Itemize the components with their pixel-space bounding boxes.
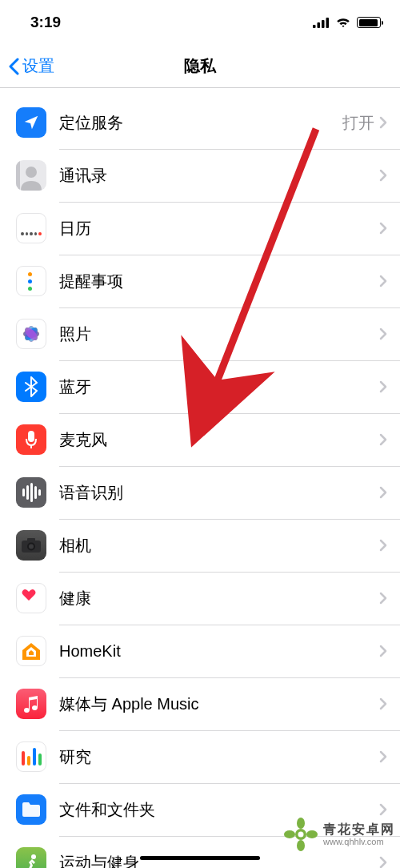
chevron-right-icon [379, 380, 387, 393]
home-indicator [140, 856, 260, 860]
svg-rect-5 [16, 160, 20, 191]
row-label: 提醒事项 [59, 271, 379, 292]
chevron-right-icon [379, 592, 387, 605]
contacts-icon [16, 160, 46, 191]
row-label: 语音识别 [59, 482, 379, 504]
chevron-left-icon [8, 58, 19, 75]
row-files[interactable]: 文件和文件夹 [0, 783, 400, 836]
row-speech[interactable]: 语音识别 [0, 466, 400, 519]
row-homekit[interactable]: HomeKit [0, 625, 400, 677]
svg-rect-3 [326, 18, 330, 28]
row-label: 研究 [59, 746, 379, 768]
row-microphone[interactable]: 麦克风 [0, 413, 400, 466]
status-right-cluster [313, 17, 381, 28]
microphone-icon [16, 424, 46, 455]
row-health[interactable]: 健康 [0, 572, 400, 625]
row-label: 定位服务 [59, 112, 342, 134]
svg-rect-0 [313, 25, 316, 28]
status-bar: 3:19 [0, 0, 400, 45]
row-label: 麦克风 [59, 429, 379, 451]
row-contacts[interactable]: 通讯录 [0, 149, 400, 202]
chevron-right-icon [379, 433, 387, 446]
page-title: 隐私 [0, 55, 400, 77]
camera-icon [16, 530, 46, 561]
row-motion[interactable]: 运动与健身 [0, 836, 400, 868]
row-label: 通讯录 [59, 165, 379, 187]
bluetooth-icon [16, 372, 46, 402]
row-music[interactable]: 媒体与 Apple Music [0, 677, 400, 730]
svg-rect-14 [28, 431, 34, 442]
back-button[interactable]: 设置 [0, 55, 54, 77]
chevron-right-icon [379, 803, 387, 816]
row-label: 健康 [59, 588, 379, 609]
svg-point-19 [29, 545, 34, 549]
row-label: 日历 [59, 218, 379, 239]
row-photos[interactable]: 照片 [0, 307, 400, 360]
row-research[interactable]: 研究 [0, 730, 400, 783]
chevron-right-icon [379, 169, 387, 182]
homekit-icon [16, 636, 46, 666]
row-calendar[interactable]: 日历 [0, 202, 400, 255]
chevron-right-icon [379, 116, 387, 129]
location-icon [16, 107, 46, 138]
row-label: HomeKit [59, 642, 379, 661]
privacy-list: 定位服务 打开 通讯录 日历 提醒事项 照片 [0, 96, 400, 868]
svg-rect-2 [322, 20, 325, 28]
cellular-signal-icon [313, 18, 330, 28]
chevron-right-icon [379, 275, 387, 287]
row-label: 照片 [59, 323, 379, 345]
chevron-right-icon [379, 486, 387, 499]
research-icon [16, 741, 46, 772]
row-label: 相机 [59, 535, 379, 557]
apple-music-icon [16, 689, 46, 719]
battery-icon [357, 17, 381, 28]
svg-rect-17 [27, 538, 35, 541]
calendar-icon [16, 213, 46, 243]
wifi-icon [335, 17, 351, 28]
row-location[interactable]: 定位服务 打开 [0, 96, 400, 149]
row-label: 媒体与 Apple Music [59, 693, 379, 715]
chevron-right-icon [379, 222, 387, 235]
row-label: 文件和文件夹 [59, 799, 379, 821]
speech-recognition-icon [16, 477, 46, 508]
back-label: 设置 [22, 55, 54, 77]
chevron-right-icon [379, 328, 387, 340]
row-reminders[interactable]: 提醒事项 [0, 255, 400, 307]
svg-rect-1 [318, 22, 321, 28]
chevron-right-icon [379, 856, 387, 868]
motion-fitness-icon [16, 847, 46, 868]
nav-bar: 设置 隐私 [0, 45, 400, 88]
reminders-icon [16, 266, 46, 296]
chevron-right-icon [379, 697, 387, 710]
chevron-right-icon [379, 645, 387, 657]
svg-point-20 [31, 854, 36, 859]
status-time: 3:19 [30, 14, 61, 31]
health-icon [16, 583, 46, 613]
row-bluetooth[interactable]: 蓝牙 [0, 360, 400, 413]
files-icon [16, 794, 46, 825]
chevron-right-icon [379, 539, 387, 552]
row-value: 打开 [342, 112, 374, 134]
photos-icon [16, 319, 46, 349]
chevron-right-icon [379, 750, 387, 763]
svg-point-4 [26, 167, 37, 178]
row-label: 蓝牙 [59, 376, 379, 398]
row-camera[interactable]: 相机 [0, 519, 400, 572]
